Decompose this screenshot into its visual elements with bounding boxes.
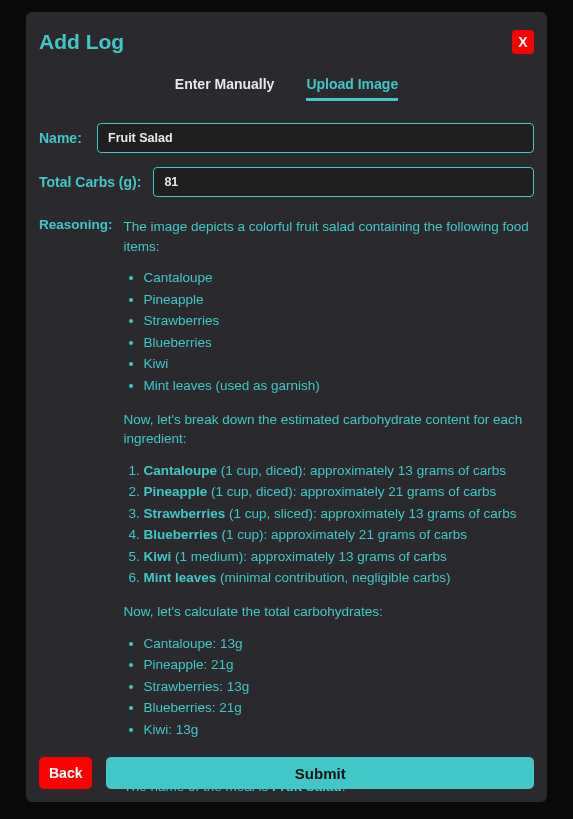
breakdown-intro: Now, let's break down the estimated carb…: [124, 410, 534, 449]
ingredient-item: Kiwi: [144, 354, 534, 374]
close-button[interactable]: X: [512, 30, 534, 54]
calc-item: Kiwi: 13g: [144, 720, 534, 740]
breakdown-item: Blueberries (1 cup): approximately 21 gr…: [144, 525, 534, 545]
breakdown-item: Pineapple (1 cup, diced): approximately …: [144, 482, 534, 502]
ingredient-item: Mint leaves (used as garnish): [144, 376, 534, 396]
breakdown-item: Cantaloupe (1 cup, diced): approximately…: [144, 461, 534, 481]
carbs-label: Total Carbs (g):: [39, 174, 141, 190]
calc-list: Cantaloupe: 13gPineapple: 21gStrawberrie…: [144, 634, 534, 740]
ingredient-item: Pineapple: [144, 290, 534, 310]
carbs-row: Total Carbs (g):: [39, 167, 534, 197]
calc-item: Cantaloupe: 13g: [144, 634, 534, 654]
modal-title: Add Log: [39, 30, 124, 54]
tab-upload-image[interactable]: Upload Image: [306, 76, 398, 101]
ingredient-item: Blueberries: [144, 333, 534, 353]
ingredient-item: Cantaloupe: [144, 268, 534, 288]
name-row: Name:: [39, 123, 534, 153]
ingredient-item: Strawberries: [144, 311, 534, 331]
reasoning-body: The image depicts a colorful fruit salad…: [124, 217, 534, 809]
reasoning-label: Reasoning:: [39, 217, 113, 232]
ingredient-list: CantaloupePineappleStrawberriesBlueberri…: [144, 268, 534, 395]
calc-intro: Now, let's calculate the total carbohydr…: [124, 602, 534, 622]
calc-item: Strawberries: 13g: [144, 677, 534, 697]
submit-button[interactable]: Submit: [106, 757, 534, 789]
modal-footer: Back Submit: [39, 757, 534, 789]
add-log-modal: Add Log X Enter Manually Upload Image Na…: [26, 12, 547, 802]
name-input[interactable]: [97, 123, 534, 153]
modal-header: Add Log X: [39, 30, 534, 54]
name-label: Name:: [39, 130, 85, 146]
tab-enter-manually[interactable]: Enter Manually: [175, 76, 275, 101]
breakdown-item: Kiwi (1 medium): approximately 13 grams …: [144, 547, 534, 567]
calc-item: Blueberries: 21g: [144, 698, 534, 718]
calc-item: Pineapple: 21g: [144, 655, 534, 675]
back-button[interactable]: Back: [39, 757, 92, 789]
carbs-input[interactable]: [153, 167, 534, 197]
tab-bar: Enter Manually Upload Image: [39, 76, 534, 101]
reasoning-row: Reasoning: The image depicts a colorful …: [39, 217, 534, 809]
reasoning-intro: The image depicts a colorful fruit salad…: [124, 217, 534, 256]
breakdown-list: Cantaloupe (1 cup, diced): approximately…: [144, 461, 534, 588]
breakdown-item: Mint leaves (minimal contribution, negli…: [144, 568, 534, 588]
breakdown-item: Strawberries (1 cup, sliced): approximat…: [144, 504, 534, 524]
